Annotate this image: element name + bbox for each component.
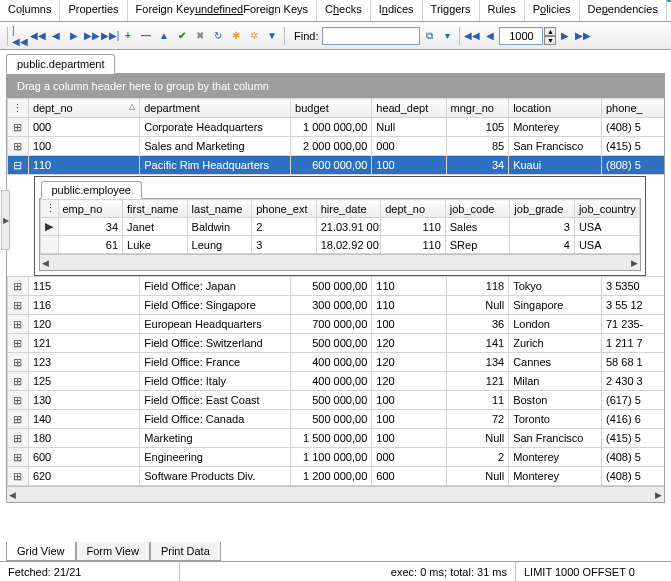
cell-head_dept[interactable]: 120 [372,334,446,353]
expand-toggle[interactable]: ⊞ [8,353,29,372]
cell-budget[interactable]: 500 000,00 [291,410,372,429]
sub-cell-hire_date[interactable]: 21.03.91 00:00 [316,218,381,236]
cell-dept_no[interactable]: 140 [28,410,139,429]
expand-toggle[interactable]: ⊞ [8,410,29,429]
cell-location[interactable]: Monterey [509,467,602,486]
cell-mngr_no[interactable]: 11 [446,391,509,410]
cell-dept_no[interactable]: 130 [28,391,139,410]
nav-next-icon[interactable]: ▶ [65,26,83,46]
cell-mngr_no[interactable]: 118 [446,277,509,296]
main-hscrollbar[interactable]: ◀▶ [7,486,664,502]
table-row[interactable]: ⊞600Engineering1 100 000,000002Monterey(… [8,448,665,467]
cell-department[interactable]: Field Office: Italy [140,372,291,391]
table-row[interactable]: ⊞115Field Office: Japan500 000,00110118T… [8,277,665,296]
cell-head_dept[interactable]: 110 [372,296,446,315]
sub-cell-dept_no[interactable]: 110 [381,218,446,236]
cell-head_dept[interactable]: Null [372,118,446,137]
sub-table-tab[interactable]: public.employee [41,181,143,199]
side-expand-handle[interactable]: ▶ [1,190,10,250]
bookmark-goto-icon[interactable]: ✲ [245,26,263,46]
expand-toggle[interactable]: ⊞ [8,467,29,486]
cell-head_dept[interactable]: 110 [372,277,446,296]
cell-head_dept[interactable]: 100 [372,315,446,334]
expand-toggle[interactable]: ⊞ [8,118,29,137]
sub-cell-job_grade[interactable]: 3 [510,218,575,236]
table-row[interactable]: ⊟110Pacific Rim Headquarters600 000,0010… [8,156,665,175]
edit-row-icon[interactable]: ▲ [155,26,173,46]
col-header-department[interactable]: department [140,99,291,118]
cell-budget[interactable]: 500 000,00 [291,391,372,410]
sub-col-header-dept_no[interactable]: dept_no [381,200,446,218]
col-header-head_dept[interactable]: head_dept [372,99,446,118]
cell-mngr_no[interactable]: Null [446,429,509,448]
cell-mngr_no[interactable]: 2 [446,448,509,467]
nav-first-icon[interactable]: |◀◀ [11,26,29,46]
sub-hscrollbar[interactable]: ◀▶ [40,254,640,270]
cell-location[interactable]: London [509,315,602,334]
col-header-budget[interactable]: budget [291,99,372,118]
cell-mngr_no[interactable]: 141 [446,334,509,353]
cell-phone[interactable]: (408) 5 [601,467,664,486]
cell-head_dept[interactable]: 120 [372,372,446,391]
cell-head_dept[interactable]: 100 [372,156,446,175]
table-row[interactable]: ⊞123Field Office: France400 000,00120134… [8,353,665,372]
cell-budget[interactable]: 2 000 000,00 [291,137,372,156]
cell-department[interactable]: Field Office: Singapore [140,296,291,315]
cell-department[interactable]: Field Office: Japan [140,277,291,296]
cell-dept_no[interactable]: 125 [28,372,139,391]
cell-phone[interactable]: 2 430 3 [601,372,664,391]
sub-table-row[interactable]: ▶34JanetBaldwin221.03.91 00:00110Sales3U… [40,218,639,236]
group-by-bar[interactable]: Drag a column header here to group by th… [7,74,664,98]
cell-phone[interactable]: (808) 5 [601,156,664,175]
cell-phone[interactable]: 1 211 7 [601,334,664,353]
expand-toggle[interactable]: ⊟ [8,156,29,175]
cell-phone[interactable]: 58 68 1 [601,353,664,372]
sub-cell-dept_no[interactable]: 110 [381,236,446,254]
tab-checks[interactable]: Checks [317,0,371,21]
sub-col-header-first_name[interactable]: first_name [123,200,188,218]
cell-budget[interactable]: 600 000,00 [291,156,372,175]
nav-prevpage-icon[interactable]: ◀◀ [29,26,47,46]
cell-phone[interactable]: 3 5350 [601,277,664,296]
cell-phone[interactable]: (617) 5 [601,391,664,410]
refresh-icon[interactable]: ↻ [209,26,227,46]
cell-dept_no[interactable]: 121 [28,334,139,353]
cell-department[interactable]: Sales and Marketing [140,137,291,156]
sub-cell-job_code[interactable]: Sales [445,218,510,236]
cell-head_dept[interactable]: 100 [372,429,446,448]
cell-head_dept[interactable]: 120 [372,353,446,372]
cell-department[interactable]: Marketing [140,429,291,448]
tab-indices[interactable]: Indices [371,0,423,21]
table-row[interactable]: ⊞130Field Office: East Coast500 000,0010… [8,391,665,410]
cell-dept_no[interactable]: 115 [28,277,139,296]
sub-cell-phone_ext[interactable]: 3 [252,236,317,254]
cell-dept_no[interactable]: 000 [28,118,139,137]
cancel-icon[interactable]: ✖ [191,26,209,46]
cell-department[interactable]: Field Office: Canada [140,410,291,429]
tab-data[interactable]: Data [667,0,671,21]
table-row[interactable]: ⊞100Sales and Marketing2 000 000,0000085… [8,137,665,156]
sub-cell-job_country[interactable]: USA [574,218,639,236]
expand-toggle[interactable]: ⊞ [8,296,29,315]
cell-phone[interactable]: (415) 5 [601,137,664,156]
cell-location[interactable]: Boston [509,391,602,410]
expand-toggle[interactable]: ⊞ [8,372,29,391]
cell-location[interactable]: Singapore [509,296,602,315]
table-row[interactable]: ⊞116Field Office: Singapore300 000,00110… [8,296,665,315]
cell-mngr_no[interactable]: 134 [446,353,509,372]
cell-dept_no[interactable]: 180 [28,429,139,448]
cell-location[interactable]: Monterey [509,448,602,467]
cell-head_dept[interactable]: 600 [372,467,446,486]
view-tab-form-view[interactable]: Form View [76,542,150,561]
expand-toggle[interactable]: ⊞ [8,429,29,448]
tab-triggers[interactable]: Triggers [423,0,480,21]
cell-location[interactable]: San Francisco [509,137,602,156]
row-header-corner[interactable]: ⋮⋮ [8,99,29,118]
cell-dept_no[interactable]: 600 [28,448,139,467]
sub-cell-job_grade[interactable]: 4 [510,236,575,254]
cell-location[interactable]: Toronto [509,410,602,429]
cell-mngr_no[interactable]: 34 [446,156,509,175]
cell-location[interactable]: Monterey [509,118,602,137]
cell-mngr_no[interactable]: 121 [446,372,509,391]
cell-dept_no[interactable]: 116 [28,296,139,315]
